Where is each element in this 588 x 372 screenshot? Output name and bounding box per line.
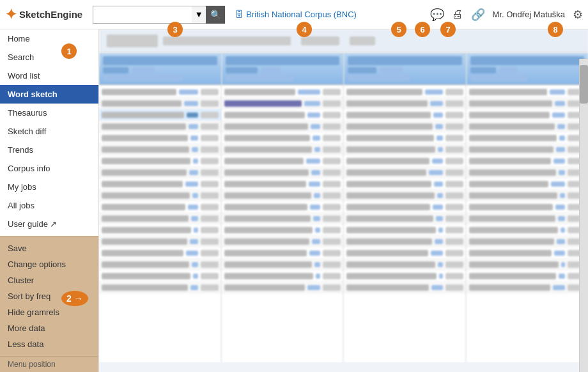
sidebar-item-search[interactable]: Search xyxy=(0,48,98,66)
vertical-scrollbar[interactable] xyxy=(579,59,588,372)
sidebar-item-word-list-label: Word list xyxy=(8,71,40,81)
sidebar-less-data[interactable]: Less data xyxy=(0,336,98,352)
sketch-column-1 xyxy=(99,53,222,362)
search-icon: 🔍 xyxy=(210,10,221,20)
logo: ✦ SketchEngine xyxy=(5,6,82,23)
sidebar-hide-gramrels[interactable]: Hide gramrels xyxy=(0,304,98,320)
sidebar-item-user-guide-label: User guide ↗ xyxy=(8,219,57,229)
corpus-selector[interactable]: 🗄 British National Corpus (BNC) xyxy=(235,10,357,19)
sidebar-item-thesaurus-label: Thesaurus xyxy=(8,108,47,118)
sidebar-change-options[interactable]: Change options xyxy=(0,256,98,272)
result-meta xyxy=(163,36,291,45)
corpus-icon: 🗄 xyxy=(235,10,244,19)
sidebar-nav: 1 Home Search Word list Word sketch Thes… xyxy=(0,29,98,236)
sidebar-item-thesaurus[interactable]: Thesaurus xyxy=(0,104,98,122)
sidebar: 1 Home Search Word list Word sketch Thes… xyxy=(0,29,99,372)
sidebar-item-search-label: Search xyxy=(8,52,34,62)
sidebar-item-trends-label: Trends xyxy=(8,145,33,155)
sidebar-item-home-label: Home xyxy=(8,34,30,43)
print-icon[interactable]: 🖨 xyxy=(452,8,463,21)
columns-area xyxy=(99,53,588,362)
sidebar-item-my-jobs-label: My jobs xyxy=(8,182,36,192)
sidebar-cluster[interactable]: Cluster xyxy=(0,272,98,288)
content-inner xyxy=(99,29,588,372)
result-word xyxy=(107,35,158,47)
search-bar: ▼ 🔍 xyxy=(93,6,225,24)
sidebar-item-my-jobs[interactable]: My jobs xyxy=(0,178,98,196)
sidebar-bottom: Save Change options Cluster 2 → Sort by … xyxy=(0,236,98,356)
sidebar-item-corpus-info-label: Corpus info xyxy=(8,164,50,173)
sidebar-item-word-sketch[interactable]: Word sketch xyxy=(0,85,98,104)
logo-text: SketchEngine xyxy=(19,9,82,20)
user-name[interactable]: Mr. Ondřej Matuška xyxy=(493,10,565,19)
chat-icon[interactable]: 💬 xyxy=(430,8,444,22)
sketch-column-2 xyxy=(222,53,344,362)
chevron-down-icon: ▼ xyxy=(195,10,203,19)
sketch-column-4 xyxy=(467,53,589,362)
sidebar-item-word-list[interactable]: Word list xyxy=(0,66,98,85)
sidebar-item-user-guide[interactable]: User guide ↗ xyxy=(0,215,98,233)
sidebar-save[interactable]: Save xyxy=(0,240,98,256)
app-name2: Engine xyxy=(50,9,82,20)
result-header xyxy=(99,29,588,53)
sidebar-item-corpus-info[interactable]: Corpus info xyxy=(0,159,98,178)
sidebar-item-word-sketch-label: Word sketch xyxy=(8,89,58,99)
header: ✦ SketchEngine ▼ 🔍 3 🗄 British National … xyxy=(0,0,588,29)
sidebar-item-all-jobs[interactable]: All jobs xyxy=(0,196,98,215)
sidebar-menu-position[interactable]: Menu position xyxy=(0,356,98,372)
header-icons: 💬 5 🖨 6 🔗 7 Mr. Ondřej Matuška ⚙ 8 xyxy=(430,8,583,22)
sidebar-item-all-jobs-label: All jobs xyxy=(8,201,35,210)
sidebar-item-sketch-diff[interactable]: Sketch diff xyxy=(0,122,98,141)
settings-icon[interactable]: ⚙ xyxy=(573,8,583,22)
scrollbar-thumb[interactable] xyxy=(580,65,588,104)
search-input[interactable] xyxy=(93,6,192,24)
link-icon[interactable]: 🔗 xyxy=(471,8,485,22)
sidebar-item-home[interactable]: Home xyxy=(0,29,98,48)
search-dropdown[interactable]: ▼ xyxy=(192,6,206,24)
logo-icon: ✦ xyxy=(5,6,17,23)
app-name: Sketch xyxy=(19,9,50,20)
content-area xyxy=(99,29,588,372)
sidebar-item-sketch-diff-label: Sketch diff xyxy=(8,127,46,136)
corpus-label: British National Corpus (BNC) xyxy=(246,10,357,19)
sketch-column-3 xyxy=(344,53,467,362)
search-button[interactable]: 🔍 xyxy=(206,6,225,24)
sidebar-sort-by-freq[interactable]: Sort by freq xyxy=(0,288,98,304)
sidebar-item-trends[interactable]: Trends xyxy=(0,141,98,159)
sidebar-more-data[interactable]: More data xyxy=(0,320,98,336)
main-layout: 1 Home Search Word list Word sketch Thes… xyxy=(0,29,588,372)
